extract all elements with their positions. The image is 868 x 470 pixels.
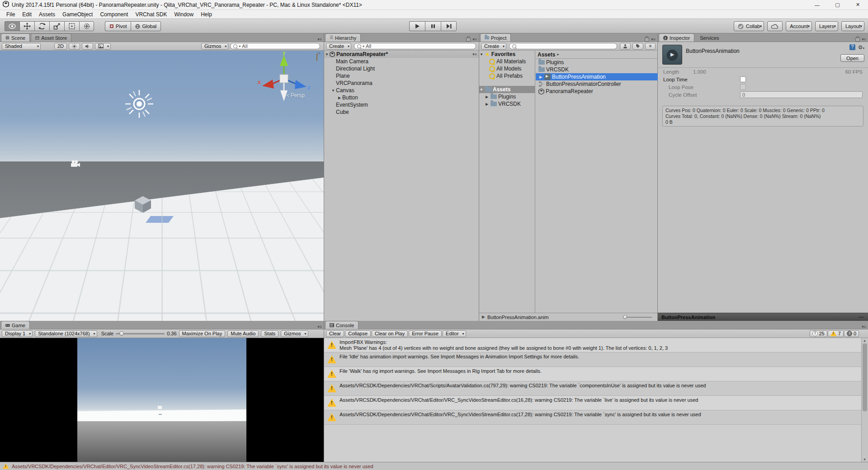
layout-dropdown[interactable]: Layout (841, 21, 864, 31)
expand-arrow-icon[interactable]: ▼ (330, 89, 336, 93)
project-search-input[interactable] (509, 43, 617, 49)
scroll-up-icon[interactable]: ▲ (863, 339, 866, 342)
orientation-gizmo[interactable]: y x z (257, 52, 311, 107)
console-entry[interactable]: Assets/VRCSDK/Dependencies/VRChat/Script… (324, 381, 861, 396)
expand-arrow-icon[interactable]: ▼ (324, 52, 330, 56)
tree-folder-vrcsdk[interactable]: ▶VRCSDK (479, 100, 535, 108)
favorites-root[interactable]: ▼★Favorites (479, 51, 535, 58)
favorite-search-button[interactable]: ★ (645, 43, 656, 50)
tab-services[interactable]: Services (695, 33, 723, 42)
lock-icon[interactable] (855, 38, 860, 42)
help-icon[interactable] (849, 44, 855, 50)
collab-dropdown[interactable]: Collab (734, 21, 764, 31)
panel-menu-icon[interactable]: ▾≡ (317, 325, 322, 329)
menu-gameobject[interactable]: GameObject (59, 11, 96, 18)
pivot-button[interactable]: Pivot (105, 21, 131, 31)
menu-window[interactable]: Window (170, 11, 197, 18)
tab-game[interactable]: Game (1, 321, 30, 329)
status-bar[interactable]: Assets/VRCSDK/Dependencies/VRChat/Editor… (0, 462, 868, 470)
maximize-button[interactable]: ▢ (827, 0, 848, 9)
menu-assets[interactable]: Assets (35, 11, 59, 18)
console-entry[interactable]: ImportFBX Warnings: Mesh 'Plane' has 4 (… (324, 338, 861, 352)
menu-vrchat-sdk[interactable]: VRChat SDK (132, 11, 170, 18)
favorite-item[interactable]: All Models (479, 65, 535, 72)
stats-button[interactable]: Stats (261, 330, 278, 337)
panel-menu-icon[interactable]: ▾≡ (862, 325, 866, 329)
sun-flare-gizmo[interactable] (124, 89, 154, 120)
panel-menu-icon[interactable]: ▾≡ (472, 38, 477, 42)
hierarchy-item[interactable]: Main Camera (324, 58, 479, 65)
scene-effects-dropdown[interactable] (95, 43, 111, 50)
panel-menu-icon[interactable]: ▾≡ (862, 38, 866, 42)
file-row[interactable]: ButtonPressAnimatorController (536, 80, 658, 88)
scene-lighting-button[interactable] (69, 43, 80, 50)
hierarchy-search-input[interactable]: ▾ All (354, 43, 476, 49)
2d-toggle-button[interactable]: 2D (54, 43, 67, 50)
scene-menu-icon[interactable]: ▾≡ (472, 52, 479, 56)
gear-icon[interactable]: ⚙▾ (858, 45, 864, 50)
project-create-dropdown[interactable]: Create (481, 43, 506, 50)
file-row[interactable]: VRCSDK (536, 66, 658, 73)
tab-project[interactable]: Project (480, 33, 511, 42)
clear-on-play-button[interactable]: Clear on Play (372, 330, 408, 337)
hierarchy-item[interactable]: VRCPanorama (324, 80, 479, 87)
menu-component[interactable]: Component (96, 11, 132, 18)
play-button[interactable] (409, 21, 425, 31)
scrollbar-thumb[interactable] (863, 343, 867, 411)
lock-icon[interactable] (466, 38, 471, 42)
panel-menu-icon[interactable]: ▾≡ (651, 38, 656, 42)
scene-viewport[interactable]: y x z <Persp (0, 51, 324, 321)
maximize-on-play-button[interactable]: Maximize On Play (179, 330, 226, 337)
lock-icon[interactable] (316, 54, 317, 61)
hierarchy-item[interactable]: EventSystem (324, 101, 479, 108)
mute-audio-button[interactable]: Mute Audio (227, 330, 259, 337)
game-gizmos-dropdown[interactable]: Gizmos (281, 330, 308, 337)
transform-tool-button[interactable] (79, 21, 94, 31)
scene-audio-button[interactable] (82, 43, 93, 50)
lock-icon[interactable] (645, 38, 649, 42)
assets-root-folder[interactable]: ▼Assets (479, 86, 535, 93)
tree-folder-plugins[interactable]: ▶Plugins (479, 93, 535, 100)
menu-help[interactable]: Help (197, 11, 216, 18)
drag-handle-icon[interactable]: ━━ (859, 315, 864, 320)
scale-tool-button[interactable] (49, 21, 64, 31)
expand-arrow-icon[interactable]: ▶ (538, 75, 543, 79)
global-button[interactable]: Global (131, 21, 161, 31)
display-dropdown[interactable]: Display 1 (2, 330, 33, 337)
console-entry[interactable]: File 'Idle' has animation import warning… (324, 352, 861, 367)
scene-search-input[interactable]: ▾ All (230, 43, 320, 49)
tab-hierarchy[interactable]: ☰ Hierarchy (325, 33, 361, 42)
tab-inspector[interactable]: i Inspector (659, 33, 694, 42)
tab-asset-store[interactable]: Asset Store (31, 33, 71, 42)
camera-gizmo[interactable] (70, 160, 81, 169)
warning-count-toggle[interactable]: 7 (828, 330, 844, 337)
favorite-item[interactable]: All Materials (479, 58, 535, 65)
scene-root-row[interactable]: ▼ PanoramaRepeater* ▾≡ (324, 51, 479, 58)
game-viewport[interactable] (0, 338, 324, 462)
search-by-type-button[interactable] (620, 43, 631, 50)
hierarchy-item[interactable]: Directional Light (324, 65, 479, 72)
menu-edit[interactable]: Edit (19, 11, 35, 18)
hierarchy-item[interactable]: Cube (324, 108, 479, 116)
preview-header[interactable]: ButtonPressAnimation ━━ (658, 313, 868, 321)
panel-menu-icon[interactable]: ▾≡ (317, 38, 322, 42)
hierarchy-item[interactable]: ▶Button (324, 94, 479, 101)
resolution-dropdown[interactable]: Standalone (1024x768) (35, 330, 97, 337)
gizmos-dropdown[interactable]: Gizmos (201, 43, 228, 50)
hierarchy-item[interactable]: Plane (324, 72, 479, 80)
layers-dropdown[interactable]: Layers (815, 21, 838, 31)
file-row[interactable]: Plugins (536, 59, 658, 66)
scroll-down-icon[interactable]: ▼ (863, 458, 866, 461)
hierarchy-create-dropdown[interactable]: Create (326, 43, 351, 50)
cube-object[interactable] (135, 196, 151, 213)
error-count-toggle[interactable]: 0 (844, 330, 859, 337)
clear-button[interactable]: Clear (326, 330, 344, 337)
console-entry[interactable]: File 'Walk' has rig import warnings. See… (324, 367, 861, 381)
expand-arrow-icon[interactable]: ▶ (337, 96, 342, 100)
info-count-toggle[interactable]: 25 (810, 330, 827, 337)
shading-mode-dropdown[interactable]: Shaded (2, 43, 41, 50)
tab-scene[interactable]: Scene (1, 33, 30, 42)
console-entry[interactable]: Assets/VRCSDK/Dependencies/VRChat/Editor… (324, 396, 861, 410)
perspective-label[interactable]: <Persp (286, 92, 305, 99)
file-row-selected[interactable]: ▶ButtonPressAnimation (536, 73, 658, 80)
